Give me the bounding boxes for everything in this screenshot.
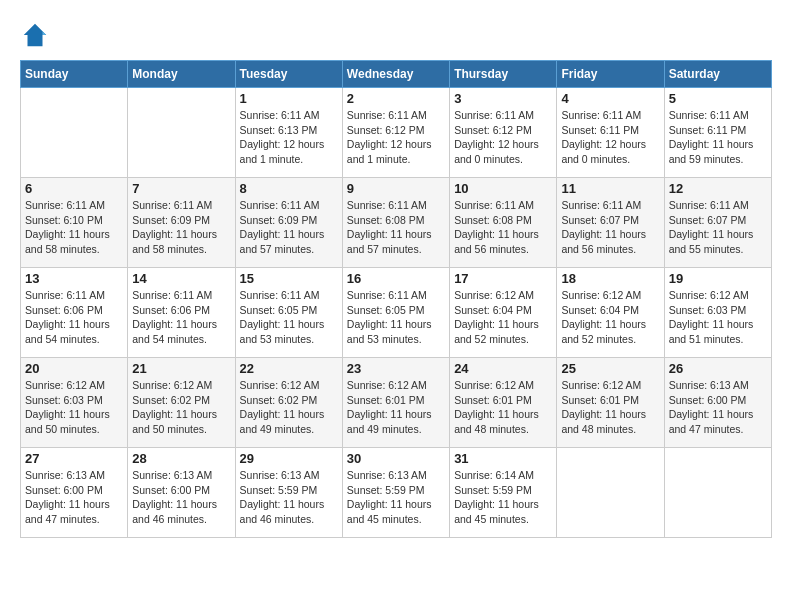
calendar-cell: 20Sunrise: 6:12 AMSunset: 6:03 PMDayligh… bbox=[21, 358, 128, 448]
day-info: Sunrise: 6:11 AMSunset: 6:05 PMDaylight:… bbox=[240, 288, 338, 347]
day-info: Sunrise: 6:13 AMSunset: 6:00 PMDaylight:… bbox=[132, 468, 230, 527]
day-number: 29 bbox=[240, 451, 338, 466]
calendar-cell: 7Sunrise: 6:11 AMSunset: 6:09 PMDaylight… bbox=[128, 178, 235, 268]
calendar-week-3: 13Sunrise: 6:11 AMSunset: 6:06 PMDayligh… bbox=[21, 268, 772, 358]
day-number: 3 bbox=[454, 91, 552, 106]
day-info: Sunrise: 6:11 AMSunset: 6:09 PMDaylight:… bbox=[240, 198, 338, 257]
day-info: Sunrise: 6:13 AMSunset: 6:00 PMDaylight:… bbox=[669, 378, 767, 437]
day-info: Sunrise: 6:11 AMSunset: 6:08 PMDaylight:… bbox=[347, 198, 445, 257]
column-header-tuesday: Tuesday bbox=[235, 61, 342, 88]
day-info: Sunrise: 6:11 AMSunset: 6:06 PMDaylight:… bbox=[25, 288, 123, 347]
calendar-cell: 4Sunrise: 6:11 AMSunset: 6:11 PMDaylight… bbox=[557, 88, 664, 178]
day-info: Sunrise: 6:11 AMSunset: 6:13 PMDaylight:… bbox=[240, 108, 338, 167]
calendar-cell: 28Sunrise: 6:13 AMSunset: 6:00 PMDayligh… bbox=[128, 448, 235, 538]
column-header-monday: Monday bbox=[128, 61, 235, 88]
day-info: Sunrise: 6:13 AMSunset: 6:00 PMDaylight:… bbox=[25, 468, 123, 527]
day-number: 23 bbox=[347, 361, 445, 376]
day-number: 28 bbox=[132, 451, 230, 466]
calendar-week-2: 6Sunrise: 6:11 AMSunset: 6:10 PMDaylight… bbox=[21, 178, 772, 268]
calendar-cell: 2Sunrise: 6:11 AMSunset: 6:12 PMDaylight… bbox=[342, 88, 449, 178]
day-number: 27 bbox=[25, 451, 123, 466]
day-info: Sunrise: 6:11 AMSunset: 6:07 PMDaylight:… bbox=[669, 198, 767, 257]
day-info: Sunrise: 6:11 AMSunset: 6:09 PMDaylight:… bbox=[132, 198, 230, 257]
day-number: 4 bbox=[561, 91, 659, 106]
day-number: 30 bbox=[347, 451, 445, 466]
day-number: 9 bbox=[347, 181, 445, 196]
column-header-thursday: Thursday bbox=[450, 61, 557, 88]
day-number: 12 bbox=[669, 181, 767, 196]
logo-icon bbox=[20, 20, 50, 50]
calendar-table: SundayMondayTuesdayWednesdayThursdayFrid… bbox=[20, 60, 772, 538]
logo bbox=[20, 20, 54, 50]
day-number: 22 bbox=[240, 361, 338, 376]
calendar-cell: 1Sunrise: 6:11 AMSunset: 6:13 PMDaylight… bbox=[235, 88, 342, 178]
calendar-cell: 15Sunrise: 6:11 AMSunset: 6:05 PMDayligh… bbox=[235, 268, 342, 358]
column-header-saturday: Saturday bbox=[664, 61, 771, 88]
day-info: Sunrise: 6:11 AMSunset: 6:11 PMDaylight:… bbox=[561, 108, 659, 167]
day-info: Sunrise: 6:13 AMSunset: 5:59 PMDaylight:… bbox=[347, 468, 445, 527]
day-info: Sunrise: 6:12 AMSunset: 6:01 PMDaylight:… bbox=[347, 378, 445, 437]
day-number: 21 bbox=[132, 361, 230, 376]
day-number: 25 bbox=[561, 361, 659, 376]
day-number: 31 bbox=[454, 451, 552, 466]
day-number: 16 bbox=[347, 271, 445, 286]
day-number: 10 bbox=[454, 181, 552, 196]
calendar-cell: 31Sunrise: 6:14 AMSunset: 5:59 PMDayligh… bbox=[450, 448, 557, 538]
day-info: Sunrise: 6:11 AMSunset: 6:07 PMDaylight:… bbox=[561, 198, 659, 257]
day-number: 17 bbox=[454, 271, 552, 286]
day-number: 6 bbox=[25, 181, 123, 196]
calendar-week-4: 20Sunrise: 6:12 AMSunset: 6:03 PMDayligh… bbox=[21, 358, 772, 448]
day-number: 26 bbox=[669, 361, 767, 376]
calendar-cell: 6Sunrise: 6:11 AMSunset: 6:10 PMDaylight… bbox=[21, 178, 128, 268]
calendar-cell: 27Sunrise: 6:13 AMSunset: 6:00 PMDayligh… bbox=[21, 448, 128, 538]
calendar-cell bbox=[664, 448, 771, 538]
column-header-wednesday: Wednesday bbox=[342, 61, 449, 88]
day-info: Sunrise: 6:11 AMSunset: 6:12 PMDaylight:… bbox=[347, 108, 445, 167]
day-info: Sunrise: 6:11 AMSunset: 6:08 PMDaylight:… bbox=[454, 198, 552, 257]
day-info: Sunrise: 6:13 AMSunset: 5:59 PMDaylight:… bbox=[240, 468, 338, 527]
day-info: Sunrise: 6:12 AMSunset: 6:04 PMDaylight:… bbox=[561, 288, 659, 347]
day-number: 11 bbox=[561, 181, 659, 196]
calendar-cell: 23Sunrise: 6:12 AMSunset: 6:01 PMDayligh… bbox=[342, 358, 449, 448]
day-number: 8 bbox=[240, 181, 338, 196]
calendar-cell: 25Sunrise: 6:12 AMSunset: 6:01 PMDayligh… bbox=[557, 358, 664, 448]
day-info: Sunrise: 6:12 AMSunset: 6:01 PMDaylight:… bbox=[454, 378, 552, 437]
calendar-week-1: 1Sunrise: 6:11 AMSunset: 6:13 PMDaylight… bbox=[21, 88, 772, 178]
day-number: 7 bbox=[132, 181, 230, 196]
calendar-cell: 17Sunrise: 6:12 AMSunset: 6:04 PMDayligh… bbox=[450, 268, 557, 358]
day-info: Sunrise: 6:11 AMSunset: 6:12 PMDaylight:… bbox=[454, 108, 552, 167]
day-info: Sunrise: 6:12 AMSunset: 6:02 PMDaylight:… bbox=[240, 378, 338, 437]
calendar-cell: 16Sunrise: 6:11 AMSunset: 6:05 PMDayligh… bbox=[342, 268, 449, 358]
calendar-cell: 9Sunrise: 6:11 AMSunset: 6:08 PMDaylight… bbox=[342, 178, 449, 268]
day-info: Sunrise: 6:11 AMSunset: 6:06 PMDaylight:… bbox=[132, 288, 230, 347]
calendar-cell: 3Sunrise: 6:11 AMSunset: 6:12 PMDaylight… bbox=[450, 88, 557, 178]
day-number: 5 bbox=[669, 91, 767, 106]
day-info: Sunrise: 6:11 AMSunset: 6:10 PMDaylight:… bbox=[25, 198, 123, 257]
calendar-cell bbox=[557, 448, 664, 538]
calendar-week-5: 27Sunrise: 6:13 AMSunset: 6:00 PMDayligh… bbox=[21, 448, 772, 538]
day-number: 24 bbox=[454, 361, 552, 376]
calendar-header: SundayMondayTuesdayWednesdayThursdayFrid… bbox=[21, 61, 772, 88]
calendar-cell: 11Sunrise: 6:11 AMSunset: 6:07 PMDayligh… bbox=[557, 178, 664, 268]
day-number: 1 bbox=[240, 91, 338, 106]
calendar-cell: 12Sunrise: 6:11 AMSunset: 6:07 PMDayligh… bbox=[664, 178, 771, 268]
calendar-cell: 21Sunrise: 6:12 AMSunset: 6:02 PMDayligh… bbox=[128, 358, 235, 448]
calendar-cell: 26Sunrise: 6:13 AMSunset: 6:00 PMDayligh… bbox=[664, 358, 771, 448]
day-info: Sunrise: 6:12 AMSunset: 6:03 PMDaylight:… bbox=[25, 378, 123, 437]
calendar-cell: 18Sunrise: 6:12 AMSunset: 6:04 PMDayligh… bbox=[557, 268, 664, 358]
day-info: Sunrise: 6:12 AMSunset: 6:02 PMDaylight:… bbox=[132, 378, 230, 437]
calendar-cell: 24Sunrise: 6:12 AMSunset: 6:01 PMDayligh… bbox=[450, 358, 557, 448]
header-row: SundayMondayTuesdayWednesdayThursdayFrid… bbox=[21, 61, 772, 88]
day-number: 14 bbox=[132, 271, 230, 286]
day-number: 18 bbox=[561, 271, 659, 286]
calendar-cell: 22Sunrise: 6:12 AMSunset: 6:02 PMDayligh… bbox=[235, 358, 342, 448]
day-info: Sunrise: 6:11 AMSunset: 6:05 PMDaylight:… bbox=[347, 288, 445, 347]
day-number: 19 bbox=[669, 271, 767, 286]
day-number: 15 bbox=[240, 271, 338, 286]
calendar-cell: 5Sunrise: 6:11 AMSunset: 6:11 PMDaylight… bbox=[664, 88, 771, 178]
day-info: Sunrise: 6:12 AMSunset: 6:04 PMDaylight:… bbox=[454, 288, 552, 347]
calendar-body: 1Sunrise: 6:11 AMSunset: 6:13 PMDaylight… bbox=[21, 88, 772, 538]
day-info: Sunrise: 6:12 AMSunset: 6:01 PMDaylight:… bbox=[561, 378, 659, 437]
calendar-cell bbox=[128, 88, 235, 178]
calendar-cell: 14Sunrise: 6:11 AMSunset: 6:06 PMDayligh… bbox=[128, 268, 235, 358]
